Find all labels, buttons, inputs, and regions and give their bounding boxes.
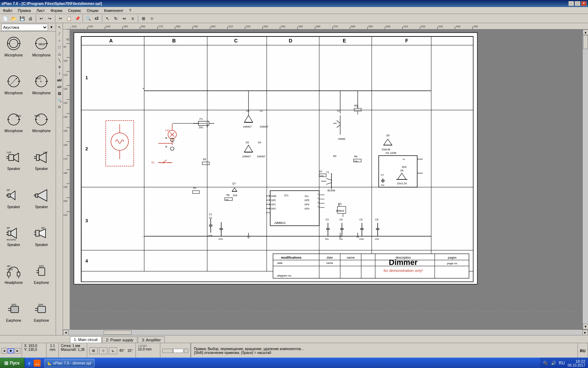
snap-button[interactable]: ⊹ — [148, 15, 156, 22]
scroll-up-button[interactable]: ▲ — [583, 29, 588, 35]
svg-rect-45 — [8, 231, 11, 236]
cut-button[interactable]: ✂ — [57, 15, 64, 22]
splan-taskbar-button[interactable]: 📐 sPlan 7.0 - dimmer.spl — [44, 359, 94, 367]
component-earphone3[interactable]: EP0 Earphone — [28, 297, 55, 326]
x2-button[interactable]: x2 — [93, 15, 100, 22]
rect-tool[interactable]: □ — [56, 44, 63, 50]
paste-button[interactable]: 📌 — [74, 15, 81, 22]
horizontal-scrollbar[interactable]: ◄ ► — [63, 329, 588, 335]
schematic-view[interactable]: A B C D E F 1 2 3 4 — [70, 29, 582, 329]
component-mic5[interactable]: Mic0 Microphone — [28, 108, 55, 136]
menu-form[interactable]: Форма — [49, 8, 64, 13]
panel-settings-button[interactable]: ▼ — [49, 25, 54, 30]
component-speaker-rect2[interactable]: SP Speaker — [28, 221, 55, 250]
component-mic-cross[interactable]: Mic0 Microphone — [28, 32, 55, 60]
x-coord: X: 163,0 — [24, 344, 37, 348]
component-earphone-box[interactable]: EP0 Earphone — [28, 259, 55, 288]
frame-tool[interactable]: ⊡ — [56, 104, 63, 110]
component-earphone2[interactable]: EP0 Earphone — [0, 297, 27, 326]
component-speaker-box[interactable]: Ls0 Speaker — [0, 145, 27, 174]
cross-tool[interactable]: ✛ — [56, 64, 63, 70]
zoom-tool[interactable]: 🔍 — [56, 97, 63, 103]
menu-component[interactable]: Компонент — [103, 8, 125, 13]
svg-text:120: 120 — [63, 88, 68, 90]
circle-tool[interactable]: ○ — [56, 37, 63, 43]
menu-file[interactable]: Файл — [1, 8, 14, 13]
tab-amplifier[interactable]: 3: Amplifier — [138, 336, 164, 343]
select-button[interactable]: ↖ — [104, 15, 111, 22]
triangle-tool[interactable]: △ — [56, 50, 63, 57]
tab-power-supply[interactable]: 2: Power supply — [102, 336, 137, 343]
svg-text:390: 390 — [368, 25, 373, 28]
speaker-cone-icon: Ls0 — [33, 149, 50, 166]
tray-lang-icon[interactable]: RU — [559, 361, 565, 366]
h-scroll-thumb[interactable] — [104, 330, 132, 335]
menu-sheet[interactable]: Лист — [35, 8, 46, 13]
svg-text:GP0: GP0 — [271, 199, 276, 202]
scroll-down-button[interactable]: ▼ — [583, 324, 588, 329]
firefox-button[interactable]: 🦊 — [34, 360, 41, 367]
scroll-track[interactable] — [583, 35, 588, 324]
svg-text:C7: C7 — [381, 174, 384, 176]
open-button[interactable]: 📂 — [10, 15, 18, 22]
maximize-button[interactable]: □ — [575, 1, 580, 6]
component-speaker-wide[interactable]: Speaker — [28, 183, 55, 212]
text-tool[interactable]: abl — [56, 77, 63, 83]
svg-text:Mic0: Mic0 — [35, 115, 40, 117]
new-button[interactable]: 📄 — [1, 15, 9, 22]
component-mic0-circle[interactable]: Microphone — [0, 32, 27, 60]
component-mic-rect[interactable]: Mic0 Microphone — [0, 108, 27, 136]
redo-button[interactable]: ↪ — [46, 15, 54, 22]
nav-next-button[interactable]: ► — [15, 348, 20, 354]
scroll-right-button[interactable]: ► — [582, 330, 588, 335]
select-tool[interactable]: ↖ — [56, 24, 63, 30]
angle1-button[interactable]: ⊾ — [109, 347, 117, 354]
tab-main-circuit[interactable]: 1: Main circuit — [70, 336, 102, 343]
zoom-in-button[interactable]: 🔍 — [84, 15, 92, 22]
menu-options[interactable]: Опции — [85, 8, 100, 13]
align-button[interactable]: ≡ — [129, 15, 136, 22]
tray-volume-icon[interactable]: 🔊 — [551, 361, 556, 366]
length-bar — [160, 343, 191, 358]
text2-tool[interactable]: abl — [56, 84, 63, 90]
image-tool[interactable]: 🖼 — [56, 90, 63, 97]
component-speaker-labeled[interactable]: SP 8Ω/120Hz Speaker — [0, 221, 27, 250]
component-mic-plus[interactable]: + Mic0 Microphone — [28, 69, 55, 98]
tray-network-icon[interactable]: 🔌 — [543, 361, 548, 366]
print-button[interactable]: 🖨 — [27, 15, 34, 22]
component-mic-arrow[interactable]: Microphone — [0, 69, 27, 98]
menu-help[interactable]: ? — [128, 8, 133, 13]
vertical-scrollbar[interactable]: ▲ ▼ — [582, 29, 588, 329]
svg-text:⇒: ⇒ — [402, 158, 405, 161]
category-dropdown[interactable]: Акустика — [1, 24, 48, 31]
zigzag-tool[interactable]: ⌇ — [56, 70, 63, 77]
svg-text:date: date — [327, 256, 333, 259]
mirror-button[interactable]: ⇔ — [120, 15, 128, 22]
svg-text:100: 100 — [63, 60, 68, 62]
ie-button[interactable]: e — [26, 360, 33, 367]
nav-prev-button[interactable]: ◄ — [1, 348, 7, 354]
scroll-left-button[interactable]: ◄ — [63, 330, 69, 335]
snap-button[interactable]: ⊹ — [99, 347, 107, 354]
grid-snap-button[interactable]: ⊞ — [89, 347, 98, 354]
undo-button[interactable]: ↩ — [37, 15, 45, 22]
wire-tool[interactable]: ╱ — [56, 30, 63, 37]
minimize-button[interactable]: ─ — [568, 1, 574, 6]
close-button[interactable]: ✕ — [581, 1, 587, 6]
svg-text:180: 180 — [63, 172, 68, 174]
grid-button[interactable]: ⊞ — [140, 15, 147, 22]
rotate-button[interactable]: ↻ — [112, 15, 120, 22]
component-headphone[interactable]: HP >32R Headphone — [0, 259, 27, 288]
menu-service[interactable]: Сервис — [66, 8, 83, 13]
start-button[interactable]: ⊞ Пуск — [0, 358, 24, 368]
svg-text:GP5: GP5 — [304, 199, 309, 202]
line-tool[interactable]: ╲ — [56, 57, 63, 63]
save-button[interactable]: 💾 — [18, 15, 26, 22]
copy-button[interactable]: 📋 — [65, 15, 73, 22]
component-speaker-cone[interactable]: Ls0 Speaker — [28, 145, 55, 174]
grid-display: Сетка: 1 мм Масштаб: 1,38 — [59, 343, 87, 358]
component-speaker-small[interactable]: SP Speaker — [0, 183, 27, 212]
scroll-thumb[interactable] — [583, 35, 588, 49]
h-scroll-track[interactable] — [69, 330, 582, 335]
menu-edit[interactable]: Правка — [16, 8, 32, 13]
